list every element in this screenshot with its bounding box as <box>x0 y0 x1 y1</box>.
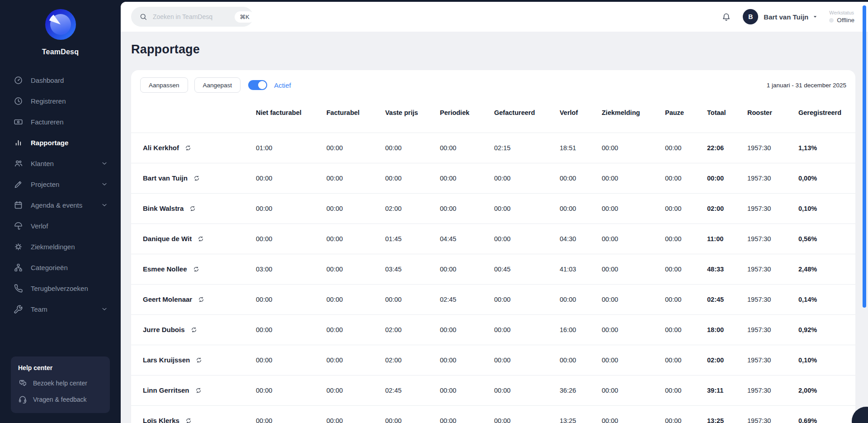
bar-chart-icon <box>14 138 23 147</box>
table-row: Danique de Wit00:0000:0001:4504:4500:000… <box>131 223 855 254</box>
umbrella-icon <box>14 221 23 231</box>
refresh-icon[interactable] <box>189 205 196 212</box>
sidebar: TeamDesq DashboardRegistrerenFacturerenR… <box>0 0 121 423</box>
pencil-icon <box>14 180 23 189</box>
help-link-feedback[interactable]: Vragen & feedback <box>18 395 103 404</box>
refresh-icon[interactable] <box>185 418 192 423</box>
refresh-icon[interactable] <box>193 175 200 181</box>
sidebar-item-categorie-n[interactable]: Categorieën <box>0 257 121 278</box>
table-cell-rooster: 1957:30 <box>747 375 798 405</box>
table-cell-totaal: 00:00 <box>707 163 747 193</box>
sidebar-item-dashboard[interactable]: Dashboard <box>0 70 121 90</box>
sidebar-item-rapportage[interactable]: Rapportage <box>0 132 121 153</box>
refresh-icon[interactable] <box>193 266 199 272</box>
table-cell-totaal: 18:00 <box>707 314 747 345</box>
table-cell-gefactureerd: 02:15 <box>494 133 560 163</box>
chevron-down-icon <box>101 160 108 167</box>
sidebar-item-terugbelverzoeken[interactable]: Terugbelverzoeken <box>0 278 121 299</box>
table-cell-ziekmelding: 00:00 <box>602 254 665 284</box>
caret-down-icon[interactable] <box>812 14 818 20</box>
help-center-title: Help center <box>18 364 103 371</box>
table-row: Lars Kruijssen00:0000:0002:0000:0000:000… <box>131 345 855 375</box>
table-cell-periodiek: 00:00 <box>440 345 494 375</box>
employee-cell: Esmee Nollee <box>131 254 256 284</box>
aangepast-button[interactable]: Aangepast <box>194 77 241 93</box>
table-cell-geregistreerd: 2,48% <box>798 254 855 284</box>
aanpassen-button[interactable]: Aanpassen <box>140 77 188 93</box>
avatar[interactable]: B <box>743 9 758 24</box>
workstatus-toggle[interactable]: Offline <box>829 17 854 24</box>
table-cell-gefactureerd: 00:00 <box>494 223 560 254</box>
chat-question-icon <box>18 379 27 388</box>
brand-name: TeamDesq <box>42 48 79 56</box>
table-cell-pauze: 00:00 <box>665 133 707 163</box>
table-cell-geregistreerd: 0,10% <box>798 193 855 223</box>
table-cell-periodiek: 00:00 <box>440 405 494 423</box>
table-cell-niet-facturabel: 03:00 <box>256 254 326 284</box>
table-cell-gefactureerd: 00:00 <box>494 163 560 193</box>
sidebar-item-factureren[interactable]: Factureren <box>0 111 121 132</box>
table-cell-ziekmelding: 00:00 <box>602 314 665 345</box>
user-name[interactable]: Bart van Tuijn <box>764 13 808 21</box>
table-cell-totaal: 02:45 <box>707 284 747 314</box>
sidebar-item-label: Projecten <box>31 181 101 188</box>
search-shortcut-badge: ⌘K <box>235 11 255 23</box>
refresh-icon[interactable] <box>198 236 204 242</box>
refresh-icon[interactable] <box>195 387 202 394</box>
table-cell-rooster: 1957:30 <box>747 405 798 423</box>
table-cell-verlof: 00:00 <box>560 193 602 223</box>
table-cell-ziekmelding: 00:00 <box>602 223 665 254</box>
table-cell-niet-facturabel: 00:00 <box>256 314 326 345</box>
workstatus-value: Offline <box>837 17 854 24</box>
employee-cell: Bart van Tuijn <box>131 163 256 193</box>
table-cell-periodiek: 02:45 <box>440 284 494 314</box>
column-header-gefactureerd: Gefactureerd <box>494 93 560 133</box>
table-cell-niet-facturabel: 00:00 <box>256 375 326 405</box>
help-link-visit[interactable]: Bezoek help center <box>18 379 103 388</box>
refresh-icon[interactable] <box>198 296 204 303</box>
sidebar-item-registreren[interactable]: Registreren <box>0 90 121 111</box>
table-cell-niet-facturabel: 00:00 <box>256 223 326 254</box>
bell-icon[interactable] <box>722 12 731 22</box>
table-cell-totaal: 39:11 <box>707 375 747 405</box>
column-header-totaal: Totaal <box>707 93 747 133</box>
virus-icon <box>14 242 23 252</box>
sidebar-item-klanten[interactable]: Klanten <box>0 153 121 174</box>
sidebar-item-projecten[interactable]: Projecten <box>0 174 121 195</box>
table-cell-periodiek: 00:00 <box>440 193 494 223</box>
table-cell-vaste-prijs: 02:45 <box>385 375 440 405</box>
refresh-icon[interactable] <box>196 357 202 363</box>
table-cell-pauze: 00:00 <box>665 193 707 223</box>
table-cell-ziekmelding: 00:00 <box>602 405 665 423</box>
toggle-knob <box>258 81 266 89</box>
sidebar-item-ziekmeldingen[interactable]: Ziekmeldingen <box>0 236 121 257</box>
search-bar[interactable]: ⌘K <box>131 7 253 27</box>
vertical-scrollbar-thumb[interactable] <box>863 5 866 308</box>
actief-toggle[interactable] <box>248 80 267 90</box>
page-title: Rapportage <box>131 43 855 57</box>
help-link-label: Vragen & feedback <box>33 396 87 403</box>
table-cell-niet-facturabel: 00:00 <box>256 163 326 193</box>
sidebar-item-team[interactable]: Team <box>0 299 121 319</box>
table-cell-pauze: 00:00 <box>665 163 707 193</box>
date-range-picker[interactable]: 1 januari - 31 december 2025 <box>755 81 846 89</box>
refresh-icon[interactable] <box>185 145 191 151</box>
filter-bar: Aanpassen Aangepast Actief 1 januari - 3… <box>131 70 855 93</box>
table-cell-vaste-prijs: 00:00 <box>385 405 440 423</box>
table-cell-niet-facturabel: 00:00 <box>256 345 326 375</box>
table-cell-gefactureerd: 00:00 <box>494 284 560 314</box>
sidebar-item-label: Registreren <box>31 97 108 105</box>
table-cell-totaal: 13:25 <box>707 405 747 423</box>
refresh-icon[interactable] <box>191 327 197 333</box>
table-cell-rooster: 1957:30 <box>747 223 798 254</box>
report-table: Niet facturabelFacturabelVaste prijsPeri… <box>131 93 855 423</box>
status-dot <box>829 18 834 23</box>
table-cell-verlof: 00:00 <box>560 163 602 193</box>
table-cell-geregistreerd: 0,10% <box>798 345 855 375</box>
sidebar-item-verlof[interactable]: Verlof <box>0 215 121 236</box>
table-corner <box>131 93 256 133</box>
table-cell-geregistreerd: 0,56% <box>798 223 855 254</box>
sidebar-item-agenda-events[interactable]: Agenda & events <box>0 195 121 215</box>
topbar-right: B Bart van Tuijn Werkstatus Offline <box>722 9 854 24</box>
search-input[interactable] <box>153 13 235 20</box>
